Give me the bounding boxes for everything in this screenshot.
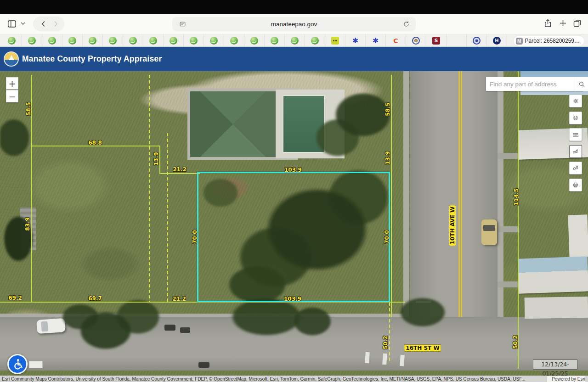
reload-icon[interactable]: [402, 20, 410, 28]
esri-favicon[interactable]: [250, 37, 258, 45]
parcel-line: [391, 75, 392, 317]
default-extent-button[interactable]: [569, 95, 582, 107]
bookmark-slot: [103, 34, 123, 47]
measurement-label: 69.2: [8, 295, 22, 301]
parcel-line: [159, 173, 200, 174]
gear-favicon[interactable]: ✱: [351, 37, 359, 45]
esri-favicon[interactable]: [190, 37, 198, 45]
bookmark-slot: [2, 34, 22, 47]
bookmark-favicons: ✱✱CSH: [2, 34, 507, 47]
print-button[interactable]: [569, 179, 582, 191]
manatee-county-seal-logo: [4, 51, 19, 67]
measurement-label: 58.5: [384, 102, 391, 116]
zoom-out-button[interactable]: −: [6, 90, 18, 102]
parcel-line-dashed: [167, 133, 168, 303]
map-viewport[interactable]: 58.568.813.921.2103.958.513.983.970.070.…: [0, 71, 588, 376]
camera-favicon[interactable]: [473, 37, 481, 45]
esri-favicon[interactable]: [8, 37, 16, 45]
layers-button[interactable]: [569, 112, 582, 124]
esri-favicon[interactable]: [129, 37, 137, 45]
powered-by-esri: Powered by Esri: [547, 376, 585, 382]
bookmark-slot: [83, 34, 103, 47]
esri-favicon[interactable]: [89, 37, 96, 45]
attribution-text: Esri Community Maps Contributors, Univer…: [2, 376, 525, 382]
measurement-label: 68.8: [88, 140, 102, 146]
seal-favicon[interactable]: [412, 37, 420, 45]
parcel-badge-icon: M: [516, 38, 523, 45]
hnavy-favicon[interactable]: H: [493, 37, 501, 45]
measurement-label: 21.2: [173, 166, 187, 173]
esri-favicon[interactable]: [68, 37, 76, 45]
measurement-label: 58.5: [25, 102, 32, 116]
measurement-label: 69.7: [88, 295, 102, 302]
bookmark-slot: [204, 34, 224, 47]
share-icon[interactable]: [543, 18, 553, 28]
bookmark-slot: [184, 34, 204, 47]
accessibility-button[interactable]: [7, 354, 28, 374]
sidebar-toggle-icon[interactable]: [7, 19, 17, 29]
sred-favicon[interactable]: S: [432, 37, 440, 45]
address-bar[interactable]: manateepao.gov: [172, 17, 416, 31]
esri-favicon[interactable]: [170, 37, 177, 45]
esri-favicon[interactable]: [28, 37, 36, 45]
bookmark-slot: [265, 34, 285, 47]
measurement-label: 13.9: [153, 152, 159, 166]
esri-favicon[interactable]: [311, 37, 319, 45]
bookmark-slot: [325, 34, 345, 47]
tab-overview-icon[interactable]: [572, 18, 582, 28]
measurement-label: 70.0: [192, 230, 198, 244]
measurement-label: 114.5: [513, 188, 520, 206]
parcel-line: [518, 71, 519, 369]
search-input[interactable]: [486, 77, 575, 91]
bookmark-slot: [305, 34, 325, 47]
esri-favicon[interactable]: [109, 37, 117, 45]
map-attribution: Esri Community Maps Contributors, Univer…: [0, 376, 588, 382]
back-button[interactable]: [40, 20, 48, 28]
parcel-line: [159, 146, 160, 174]
measurement-label: 50.2: [382, 336, 389, 349]
parcel-tab-pill[interactable]: M Parcel: 2658200259…: [514, 36, 584, 46]
bookmark-spacer: [452, 37, 460, 45]
nav-button-group: [33, 17, 64, 31]
new-tab-icon[interactable]: [558, 18, 568, 28]
bookmark-slot: [123, 34, 143, 47]
bookmark-slot: ✱: [366, 34, 386, 47]
selected-parcel-outline[interactable]: [197, 172, 390, 302]
search-icon[interactable]: [575, 77, 588, 91]
measurement-label: 50.2: [512, 335, 519, 349]
zoom-in-button[interactable]: +: [6, 77, 18, 90]
bookmark-slot: [467, 34, 487, 47]
bookmark-slot: [244, 34, 265, 47]
esri-favicon[interactable]: [48, 37, 56, 45]
corange-favicon[interactable]: C: [392, 37, 400, 45]
esri-favicon[interactable]: [230, 37, 238, 45]
esri-favicon[interactable]: [149, 37, 157, 45]
gear-favicon[interactable]: ✱: [372, 37, 379, 45]
esri-favicon[interactable]: [271, 37, 278, 45]
bookmark-slot: [143, 34, 164, 47]
measure-button[interactable]: [569, 128, 582, 141]
esri-favicon[interactable]: [291, 37, 299, 45]
parcel-line-dashed: [389, 303, 390, 363]
street-label: 10TH AVE W: [449, 205, 456, 246]
measurement-label: 21.2: [172, 296, 186, 302]
sketch-measure-button[interactable]: [569, 145, 582, 158]
measurement-label: 103.9: [284, 296, 301, 302]
app-header: Manatee County Property Appraiser: [0, 47, 588, 71]
measurement-label: 13.9: [384, 151, 391, 165]
esri-favicon[interactable]: [210, 37, 218, 45]
bookmark-slot: ✱: [345, 34, 366, 47]
measurement-label: 103.9: [284, 167, 302, 173]
identify-button[interactable]: [569, 162, 582, 174]
street-label: 16TH ST W: [404, 345, 441, 351]
parcel-tab-label: Parcel: 2658200259…: [525, 38, 580, 44]
bookmark-slot: [62, 34, 83, 47]
bookmark-slot: H: [487, 34, 507, 47]
address-search-box: [486, 77, 583, 91]
bookmark-slot: [447, 34, 467, 47]
chevron-down-icon[interactable]: [21, 22, 25, 25]
bookmark-slot: C: [386, 34, 406, 47]
bookmark-slot: [406, 34, 426, 47]
chart-favicon[interactable]: [331, 37, 339, 45]
forward-button[interactable]: [51, 20, 60, 28]
